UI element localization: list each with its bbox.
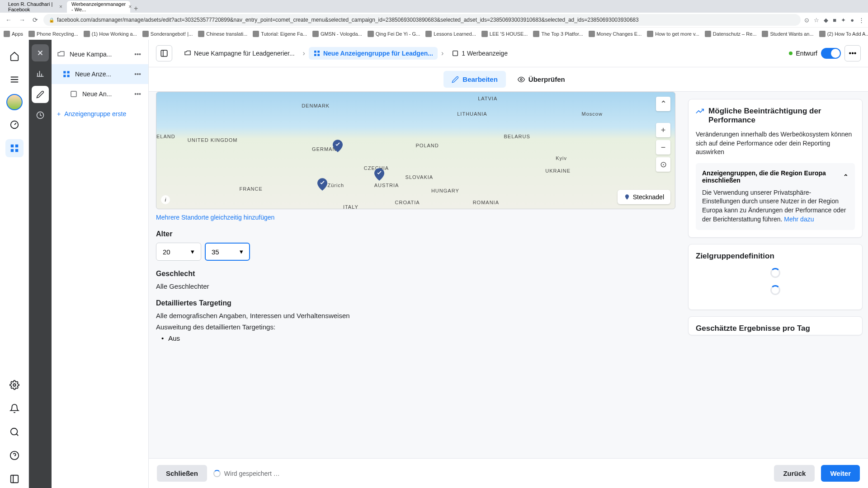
add-multiple-locations-link[interactable]: Mehrere Standorte gleichzeitig hinzufüge…: [156, 214, 675, 221]
bell-icon[interactable]: [5, 399, 24, 418]
bookmark[interactable]: Tutorial: Eigene Fa...: [253, 31, 307, 37]
browser-chrome: Leon R. Chaudhari | Facebook× Werbeanzei…: [0, 0, 868, 27]
search-icon[interactable]: [5, 423, 24, 441]
ext-icon-2[interactable]: ■: [833, 17, 836, 23]
menu-icon[interactable]: [5, 70, 24, 89]
tree-campaign[interactable]: Neue Kampa... •••: [52, 44, 148, 64]
new-tab-button[interactable]: +: [130, 5, 142, 13]
performance-card: Mögliche Beeinträchtigung der Performanc…: [688, 99, 863, 238]
chart-icon[interactable]: [32, 65, 49, 82]
editor-rail: [29, 40, 52, 488]
bookmark[interactable]: Lessons Learned...: [425, 31, 476, 37]
breadcrumb-adset[interactable]: Neue Anzeigengruppe für Leadgen...: [309, 47, 438, 60]
home-icon[interactable]: [5, 47, 24, 65]
tab-review[interactable]: Überprüfen: [509, 71, 573, 88]
clock-icon[interactable]: [32, 107, 49, 124]
avatar[interactable]: [6, 94, 23, 110]
back-button[interactable]: Zurück: [774, 465, 815, 482]
bookmark[interactable]: The Top 3 Platfor...: [533, 31, 583, 37]
region-subcard: Anzeigengruppen, die die Region Europa e…: [696, 163, 855, 230]
add-label: Anzeigengruppe erste: [64, 110, 126, 117]
more-button[interactable]: •••: [844, 45, 861, 61]
reload-icon[interactable]: ⟳: [31, 14, 40, 25]
map-pin-icon[interactable]: [317, 178, 327, 191]
map-label: BELARUS: [504, 134, 530, 139]
bookmark[interactable]: (1) How Working a...: [84, 31, 137, 37]
bookmark[interactable]: Qing Fei De Yi - G...: [368, 31, 420, 37]
age-max-select[interactable]: 35▾: [205, 243, 250, 261]
svg-rect-8: [10, 475, 18, 483]
back-icon[interactable]: ←: [4, 14, 14, 25]
bookmark[interactable]: Apps: [4, 31, 23, 37]
browser-tab-1[interactable]: Leon R. Chaudhari | Facebook×: [4, 1, 67, 13]
svg-rect-14: [71, 91, 76, 97]
profile-icon[interactable]: ●: [850, 17, 854, 23]
map-label: LITHUANIA: [457, 111, 487, 117]
tree-adset[interactable]: Neue Anze... •••: [52, 64, 148, 84]
chrome-icons: ⊙ ☆ ◆ ■ ✦ ● ⋮: [804, 17, 864, 23]
panel-toggle-button[interactable]: [156, 45, 172, 61]
star-icon[interactable]: ☆: [814, 17, 819, 23]
url-row: ← → ⟳ 🔒facebook.com/adsmanager/manage/ad…: [0, 13, 868, 27]
help-icon[interactable]: [5, 446, 24, 465]
svg-point-21: [520, 79, 522, 80]
map-label: HUNGARY: [431, 188, 459, 193]
drop-pin-button[interactable]: Stecknadel: [618, 190, 670, 204]
close-button[interactable]: Schließen: [157, 465, 207, 482]
next-button[interactable]: Weiter: [821, 465, 860, 482]
zoom-out-button[interactable]: −: [656, 140, 670, 155]
more-icon[interactable]: •••: [132, 69, 143, 80]
url-bar[interactable]: 🔒facebook.com/adsmanager/manage/adsets/e…: [43, 14, 801, 26]
svg-rect-15: [161, 50, 167, 56]
age-min-select[interactable]: 20▾: [156, 243, 201, 261]
breadcrumb-campaign[interactable]: Neue Kampagne für Leadgenerier...: [179, 47, 299, 60]
status-toggle[interactable]: [821, 48, 841, 59]
region-toggle[interactable]: Anzeigengruppen, die die Region Europa e…: [702, 169, 849, 184]
collapse-icon[interactable]: [5, 470, 24, 488]
bookmark[interactable]: LEE 'S HOUSE...: [481, 31, 528, 37]
puzzle-icon[interactable]: ✦: [841, 17, 846, 23]
bookmark[interactable]: GMSN - Vologda...: [312, 31, 362, 37]
bookmark[interactable]: Sonderangebot! |...: [142, 31, 193, 37]
map-label: Kyiv: [556, 155, 567, 161]
map-pin-icon[interactable]: [374, 168, 384, 181]
add-adset-button[interactable]: + Anzeigengruppe erste: [52, 104, 148, 124]
close-icon[interactable]: [32, 44, 49, 61]
tab-edit[interactable]: Bearbeiten: [443, 71, 506, 88]
bookmark[interactable]: Chinese translati...: [198, 31, 247, 37]
tree-ad[interactable]: Neue An... •••: [52, 84, 148, 104]
ext-icon-1[interactable]: ◆: [824, 17, 828, 23]
footer: Schließen Wird gespeichert … Zurück Weit…: [149, 458, 868, 488]
bookmark[interactable]: (2) How To Add A...: [819, 31, 868, 37]
svg-rect-17: [317, 51, 320, 53]
menu-icon[interactable]: ⋮: [859, 17, 864, 23]
close-icon[interactable]: ×: [59, 4, 62, 10]
bookmark[interactable]: Money Changes E...: [589, 31, 642, 37]
locate-icon[interactable]: ⊙: [656, 157, 670, 172]
more-icon[interactable]: •••: [132, 89, 143, 99]
chevron-up-icon[interactable]: ⌃: [656, 97, 670, 111]
bookmark[interactable]: Datenschutz – Re...: [705, 31, 757, 37]
location-map[interactable]: LATVIA DENMARK LITHUANIA Moscow ELAND UN…: [156, 92, 675, 209]
bookmark[interactable]: Phone Recycling...: [28, 31, 78, 37]
browser-tab-2[interactable]: Werbeanzeigenmanager - We...×: [67, 1, 130, 13]
gear-icon[interactable]: [5, 376, 24, 394]
gauge-icon[interactable]: [5, 116, 24, 134]
bookmark[interactable]: How to get more v...: [647, 31, 699, 37]
gender-label: Geschlecht: [156, 270, 675, 278]
svg-rect-20: [453, 51, 458, 56]
grid-icon[interactable]: [5, 139, 24, 157]
breadcrumb-ad[interactable]: 1 Werbeanzeige: [447, 47, 512, 60]
info-icon[interactable]: i: [161, 195, 170, 204]
learn-more-link[interactable]: Mehr dazu: [784, 216, 814, 223]
bookmark[interactable]: Student Wants an...: [762, 31, 813, 37]
pencil-icon[interactable]: [32, 86, 49, 103]
more-icon[interactable]: •••: [132, 49, 143, 60]
search-icon[interactable]: ⊙: [804, 17, 809, 23]
estimate-card: Geschätzte Ergebnisse pro Tag: [688, 316, 863, 335]
zoom-in-button[interactable]: +: [656, 123, 670, 137]
forward-icon[interactable]: →: [17, 14, 27, 25]
map-pin-icon[interactable]: [333, 140, 343, 152]
svg-rect-18: [314, 54, 316, 56]
map-label: FRANCE: [240, 186, 263, 192]
